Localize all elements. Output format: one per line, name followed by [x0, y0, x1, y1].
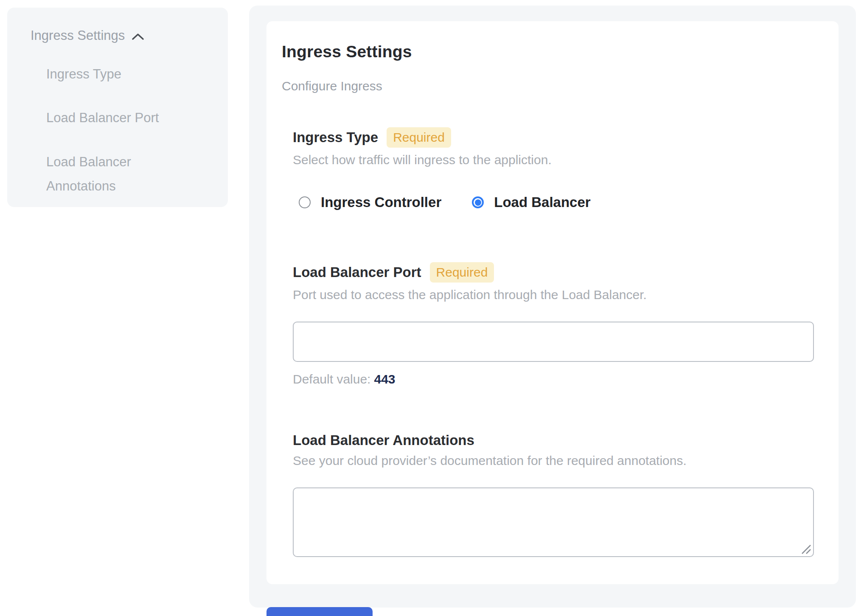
radio-option-ingress-controller[interactable]: Ingress Controller [299, 194, 441, 210]
load-balancer-port-label: Load Balancer Port [293, 264, 421, 280]
radio-option-load-balancer[interactable]: Load Balancer [472, 194, 590, 210]
load-balancer-port-description: Port used to access the application thro… [293, 288, 813, 302]
sidebar-group-label: Ingress Settings [31, 28, 125, 43]
ingress-type-label: Ingress Type [293, 129, 378, 146]
default-value-note: Default value:443 [293, 372, 813, 386]
required-badge: Required [430, 262, 494, 283]
page-title: Ingress Settings [282, 42, 813, 61]
radio-label-load-balancer: Load Balancer [494, 194, 590, 210]
load-balancer-port-section: Load Balancer Port Required Port used to… [293, 262, 813, 386]
save-config-button[interactable]: Save config [266, 607, 373, 616]
default-value-number: 443 [374, 372, 395, 386]
load-balancer-annotations-textarea[interactable] [293, 487, 814, 557]
sidebar-item-ingress-type[interactable]: Ingress Type [46, 62, 180, 86]
sidebar-item-list: Ingress Type Load Balancer Port Load Bal… [31, 62, 215, 198]
radio-unselected-icon[interactable] [299, 196, 311, 208]
load-balancer-annotations-description: See your cloud provider’s documentation … [293, 454, 813, 468]
load-balancer-annotations-section: Load Balancer Annotations See your cloud… [293, 432, 813, 557]
ingress-type-radio-group: Ingress Controller Load Balancer [299, 194, 813, 210]
ingress-type-description: Select how traffic will ingress to the a… [293, 153, 813, 167]
sidebar-group-ingress-settings[interactable]: Ingress Settings [31, 28, 215, 43]
sidebar-item-load-balancer-annotations[interactable]: Load Balancer Annotations [46, 150, 180, 199]
radio-selected-icon[interactable] [472, 196, 484, 208]
radio-label-ingress-controller: Ingress Controller [321, 194, 441, 210]
required-badge: Required [387, 127, 451, 148]
default-value-label: Default value: [293, 372, 370, 386]
sidebar-item-load-balancer-port[interactable]: Load Balancer Port [46, 106, 180, 130]
load-balancer-port-input[interactable] [293, 322, 814, 362]
ingress-settings-card: Ingress Settings Configure Ingress Ingre… [266, 21, 839, 584]
load-balancer-annotations-label: Load Balancer Annotations [293, 432, 474, 448]
ingress-type-section: Ingress Type Required Select how traffic… [293, 127, 813, 210]
page-subtitle: Configure Ingress [282, 79, 813, 93]
chevron-up-icon [132, 33, 144, 40]
main-panel: Ingress Settings Configure Ingress Ingre… [249, 6, 856, 608]
settings-sidebar: Ingress Settings Ingress Type Load Balan… [7, 8, 228, 207]
